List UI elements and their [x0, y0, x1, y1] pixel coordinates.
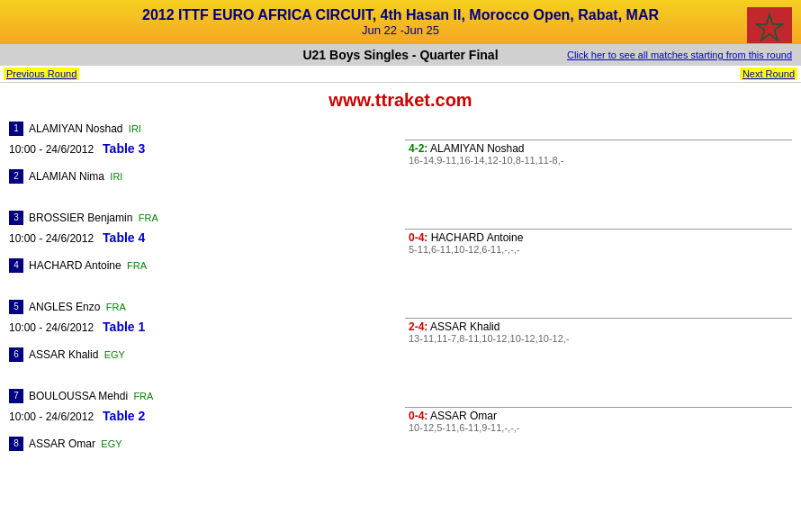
player1-name: ALAMIYAN Noshad IRI — [29, 122, 141, 135]
player1-num: 7 — [9, 389, 23, 403]
match-time: 10:00 - 24/6/2012 — [9, 232, 100, 245]
player1-num: 1 — [9, 122, 23, 136]
result-score: 2-4: ASSAR Khalid — [409, 320, 792, 333]
match-info-row: 10:00 - 24/6/2012 Table 4 0-4: HACHARD A… — [9, 229, 792, 255]
match-result-col: 0-4: ASSAR Omar 10-12,5-11,6-11,9-11,-,-… — [405, 407, 792, 433]
result-games: 13-11,11-7,8-11,10-12,10-12,10-12,- — [409, 333, 792, 344]
nav-bar: Previous Round Next Round — [0, 66, 801, 83]
tournament-dates: Jun 22 -Jun 25 — [9, 23, 792, 37]
player1-num: 3 — [9, 211, 23, 225]
match-section-1: 1 ALAMIYAN Noshad IRI 10:00 - 24/6/2012 … — [0, 116, 801, 200]
sub-header: U21 Boys Singles - Quarter Final Click h… — [0, 44, 801, 66]
website-label: www.ttraket.com — [0, 83, 801, 116]
match-time: 10:00 - 24/6/2012 — [9, 321, 100, 334]
all-matches-link[interactable]: Click her to see all matches starting fr… — [567, 50, 792, 60]
match-time-table: 10:00 - 24/6/2012 Table 3 — [9, 140, 405, 158]
player2-num: 6 — [9, 347, 23, 362]
match-time-table: 10:00 - 24/6/2012 Table 2 — [9, 407, 405, 425]
table-label: Table 3 — [103, 141, 145, 156]
player2-row: 2 ALAMIAN Nima IRI — [9, 167, 792, 185]
player1-row: 3 BROSSIER Benjamin FRA — [9, 209, 792, 227]
player2-num: 2 — [9, 169, 23, 184]
player2-name: HACHARD Antoine FRA — [29, 259, 147, 272]
player2-name: ASSAR Omar EGY — [29, 437, 122, 450]
player2-name: ASSAR Khalid EGY — [29, 348, 125, 361]
tournament-title: 2012 ITTF EURO AFRICA CIRCUIT, 4th Hasan… — [9, 7, 792, 23]
player2-row: 4 HACHARD Antoine FRA — [9, 257, 792, 275]
match-time-table: 10:00 - 24/6/2012 Table 4 — [9, 229, 405, 247]
table-label: Table 4 — [103, 230, 145, 245]
player1-num: 5 — [9, 300, 23, 314]
player1-country: IRI — [129, 123, 141, 134]
match-section-4: 7 BOULOUSSA Mehdi FRA 10:00 - 24/6/2012 … — [0, 383, 801, 467]
match-time: 10:00 - 24/6/2012 — [9, 143, 100, 156]
player2-row: 6 ASSAR Khalid EGY — [9, 346, 792, 364]
player1-name: ANGLES Enzo FRA — [29, 301, 126, 313]
player1-row: 5 ANGLES Enzo FRA — [9, 298, 792, 316]
match-time: 10:00 - 24/6/2012 — [9, 410, 100, 423]
next-round-link[interactable]: Next Round — [740, 68, 797, 80]
player1-name: BROSSIER Benjamin FRA — [29, 212, 158, 224]
result-games: 5-11,6-11,10-12,6-11,-,-,- — [409, 244, 792, 255]
player1-name: BOULOUSSA Mehdi FRA — [29, 390, 153, 402]
player1-country: FRA — [106, 302, 126, 312]
player2-name: ALAMIAN Nima IRI — [29, 170, 122, 183]
player1-row: 7 BOULOUSSA Mehdi FRA — [9, 387, 792, 405]
player2-country: FRA — [127, 260, 147, 271]
match-info-row: 10:00 - 24/6/2012 Table 2 0-4: ASSAR Oma… — [9, 407, 792, 433]
table-label: Table 2 — [103, 409, 145, 423]
player2-num: 8 — [9, 437, 23, 451]
result-score: 0-4: ASSAR Omar — [409, 410, 792, 422]
match-section-2: 3 BROSSIER Benjamin FRA 10:00 - 24/6/201… — [0, 205, 801, 289]
match-result-col: 2-4: ASSAR Khalid 13-11,11-7,8-11,10-12,… — [405, 318, 792, 344]
player2-num: 4 — [9, 258, 23, 273]
match-info-row: 10:00 - 24/6/2012 Table 3 4-2: ALAMIYAN … — [9, 140, 792, 166]
match-time-table: 10:00 - 24/6/2012 Table 1 — [9, 318, 405, 336]
player2-country: EGY — [101, 438, 122, 449]
country-flag — [747, 7, 792, 43]
player1-country: FRA — [133, 391, 153, 401]
table-label: Table 1 — [103, 320, 145, 334]
matches-container: 1 ALAMIYAN Noshad IRI 10:00 - 24/6/2012 … — [0, 116, 801, 467]
result-score: 0-4: HACHARD Antoine — [409, 231, 792, 244]
match-info-row: 10:00 - 24/6/2012 Table 1 2-4: ASSAR Kha… — [9, 318, 792, 344]
player1-row: 1 ALAMIYAN Noshad IRI — [9, 120, 792, 138]
player1-country: FRA — [139, 212, 158, 223]
player2-country: IRI — [110, 171, 122, 182]
page-header: 2012 ITTF EURO AFRICA CIRCUIT, 4th Hasan… — [0, 0, 801, 44]
match-result-col: 4-2: ALAMIYAN Noshad 16-14,9-11,16-14,12… — [405, 140, 792, 166]
player2-country: EGY — [104, 349, 125, 360]
match-section-3: 5 ANGLES Enzo FRA 10:00 - 24/6/2012 Tabl… — [0, 294, 801, 378]
prev-round-link[interactable]: Previous Round — [4, 68, 79, 80]
result-score: 4-2: ALAMIYAN Noshad — [409, 142, 792, 155]
result-games: 10-12,5-11,6-11,9-11,-,-,- — [409, 422, 792, 433]
round-title: U21 Boys Singles - Quarter Final — [302, 48, 498, 62]
result-games: 16-14,9-11,16-14,12-10,8-11,11-8,- — [409, 155, 792, 166]
match-result-col: 0-4: HACHARD Antoine 5-11,6-11,10-12,6-1… — [405, 229, 792, 255]
player2-row: 8 ASSAR Omar EGY — [9, 435, 792, 453]
